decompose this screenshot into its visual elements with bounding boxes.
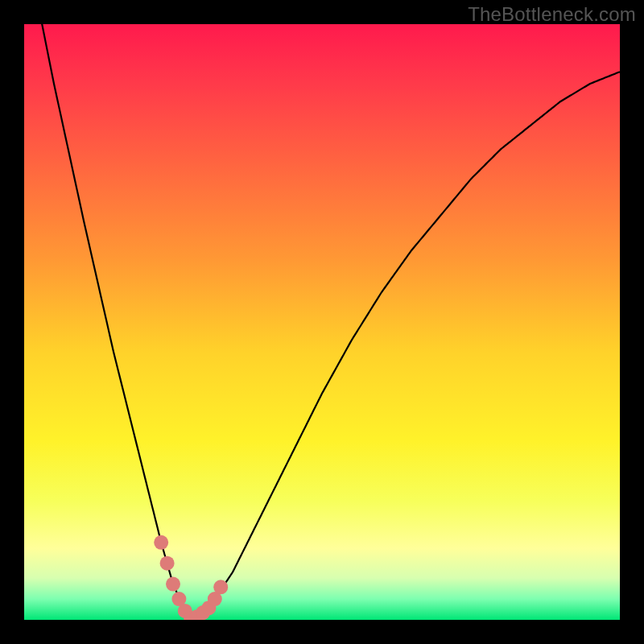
chart-frame: TheBottleneck.com	[0, 0, 644, 644]
trough-dot	[154, 535, 168, 550]
trough-dots	[154, 535, 228, 620]
watermark-text: TheBottleneck.com	[468, 3, 636, 26]
trough-dots-layer	[24, 24, 620, 620]
trough-dot	[166, 577, 180, 592]
plot-area	[24, 24, 620, 620]
trough-dot	[160, 556, 175, 571]
trough-dot	[213, 580, 228, 594]
